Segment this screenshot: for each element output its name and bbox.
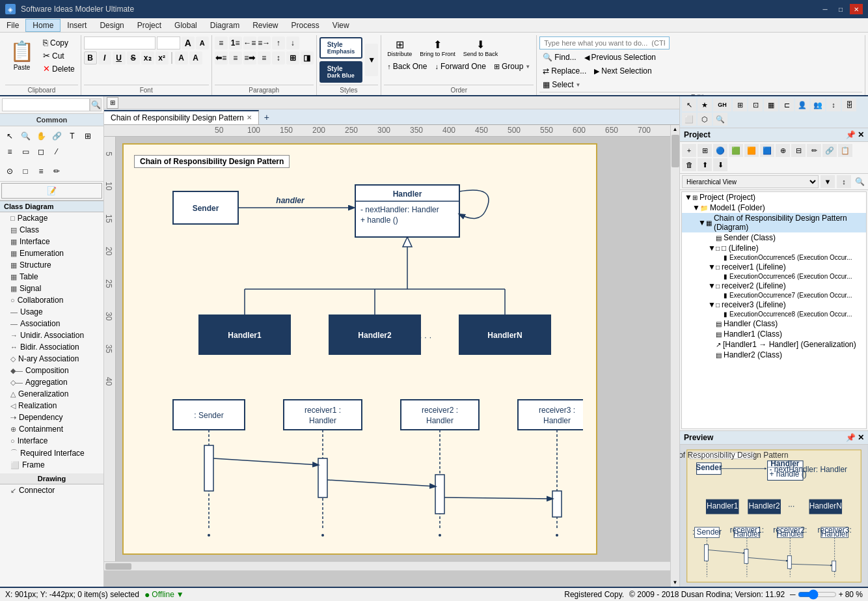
sort-asc-btn[interactable]: ↑: [272, 36, 285, 49]
select-button[interactable]: ▦ Select ▼: [539, 79, 584, 91]
font-size-input[interactable]: 0: [157, 36, 180, 49]
link-tool[interactable]: 🔗: [49, 129, 64, 143]
tool11[interactable]: □: [18, 164, 33, 178]
proj-btn10[interactable]: 🔗: [822, 144, 837, 157]
proj-btn12[interactable]: 🗑: [682, 158, 696, 171]
tab-add-button[interactable]: +: [259, 110, 275, 124]
style-dark-blue-button[interactable]: Style Dark Blue: [319, 61, 363, 83]
proj-btn5[interactable]: 🟧: [744, 144, 759, 157]
dt-5[interactable]: ▦: [764, 98, 778, 111]
menu-file[interactable]: File: [0, 20, 25, 31]
copy-button[interactable]: ⎘ Copy: [40, 36, 78, 49]
item-containment[interactable]: ⊕Containment: [0, 423, 103, 435]
dt-9[interactable]: ↕: [826, 98, 841, 111]
align-right-btn[interactable]: ≡➡: [243, 51, 256, 64]
tree-item-receiver2[interactable]: ▼ □ receiver2 (Lifeline): [682, 281, 866, 291]
item-enumeration[interactable]: ▦Enumeration: [0, 247, 103, 259]
tool9[interactable]: ∕: [49, 145, 64, 159]
dt-3[interactable]: ⊞: [733, 98, 747, 111]
font-family-input[interactable]: [84, 36, 156, 49]
tree-item-lifeline0[interactable]: ▼ □ □ (Lifeline): [682, 243, 866, 253]
item-connector[interactable]: ↙Connector: [0, 484, 103, 496]
tree-toggle-project[interactable]: ▼: [685, 193, 692, 202]
item-frame[interactable]: ⬜Frame: [0, 459, 103, 471]
menu-view[interactable]: View: [326, 20, 356, 31]
proj-btn8[interactable]: ⊟: [791, 144, 806, 157]
align-justify-btn[interactable]: ≡: [258, 51, 271, 64]
font-shrink-btn[interactable]: A: [196, 36, 209, 49]
horizontal-scroll-thumb[interactable]: [105, 563, 131, 570]
scroll-up-btn[interactable]: ▲: [671, 125, 679, 133]
sort-btn[interactable]: ↕: [837, 175, 851, 188]
item-bidir-assoc[interactable]: ↔Bidir. Association: [0, 341, 103, 353]
proj-btn14[interactable]: ⬇: [713, 158, 727, 171]
tree-item-exec5[interactable]: ▮ ExecutionOccurrence5 (Execution Occur.…: [682, 253, 866, 262]
dt-7[interactable]: 👤: [795, 98, 809, 111]
item-class[interactable]: ▤Class: [0, 224, 103, 236]
note-tool[interactable]: 📝: [1, 183, 102, 199]
item-nary-assoc[interactable]: ◇N-ary Association: [0, 353, 103, 365]
tree-item-diagram[interactable]: ▼ ▦ Chain of Responsibility Design Patte…: [682, 213, 866, 232]
menu-home[interactable]: Home: [25, 19, 61, 32]
style-emphasis-button[interactable]: Style Emphasis: [319, 37, 363, 59]
vertical-scroll-thumb[interactable]: [671, 135, 679, 167]
italic-button[interactable]: I: [98, 51, 111, 64]
dt-12[interactable]: ⬡: [698, 113, 712, 126]
tree-toggle-diagram[interactable]: ▼: [698, 218, 706, 227]
zoom-tool[interactable]: 🔍: [18, 129, 33, 143]
menu-insert[interactable]: Insert: [61, 20, 93, 31]
menu-review[interactable]: Review: [246, 20, 284, 31]
highlight-btn[interactable]: A: [189, 51, 202, 64]
tree-item-model1[interactable]: ▼ 📁 Model1 (Folder): [682, 203, 866, 213]
list-ordered-btn[interactable]: 1≡: [229, 36, 242, 49]
back-one-button[interactable]: ↑ Back One: [384, 61, 430, 72]
diagram-canvas-area[interactable]: Chain of Responsibility Design Pattern H…: [122, 143, 597, 555]
tree-toggle-rcv1[interactable]: ▼: [708, 262, 716, 272]
strikethrough-button[interactable]: S: [127, 51, 140, 64]
sort-desc-btn[interactable]: ↓: [286, 36, 299, 49]
subscript-button[interactable]: x₂: [141, 51, 154, 64]
menu-diagram[interactable]: Diagram: [204, 20, 246, 31]
item-structure[interactable]: ▦Structure: [0, 259, 103, 271]
item-aggregation[interactable]: ◇—Aggregation: [0, 376, 103, 388]
bring-to-front-button[interactable]: ⬆ Bring to Front: [416, 36, 459, 59]
item-collaboration[interactable]: ○Collaboration: [0, 294, 103, 306]
tree-item-handler1-class[interactable]: ▤ Handler1 (Class): [682, 329, 866, 339]
dt-10[interactable]: 🗄: [842, 98, 856, 111]
tree-item-exec6[interactable]: ▮ ExecutionOccurrence6 (Execution Occur.…: [682, 272, 866, 281]
item-realization[interactable]: ◁Realization: [0, 400, 103, 412]
tool8[interactable]: ◻: [34, 145, 48, 159]
close-button[interactable]: ✕: [850, 4, 863, 14]
zoom-slider[interactable]: [798, 589, 837, 600]
canvas-viewport[interactable]: 50 100 150 200 250 300 350 400 450 500 5…: [104, 125, 670, 587]
dt-search-rp[interactable]: 🔍: [713, 113, 727, 126]
proj-btn6[interactable]: 🟦: [760, 144, 774, 157]
list-indent-dec-btn[interactable]: ←≡: [243, 36, 256, 49]
prev-selection-button[interactable]: ◀ Previous Selection: [581, 51, 659, 63]
font-color-btn[interactable]: A: [175, 51, 188, 64]
dt-4[interactable]: ⊡: [748, 98, 763, 111]
tree-item-handler2-class[interactable]: ▤ Handler2 (Class): [682, 350, 866, 360]
tree-item-project[interactable]: ▼ ⊞ Project (Project): [682, 192, 866, 203]
item-required-interface[interactable]: ⌒Required Interface: [0, 447, 103, 459]
tree-toggle-rcv3[interactable]: ▼: [708, 300, 716, 309]
zoom-plus[interactable]: +: [839, 590, 843, 599]
view-select[interactable]: Hierarchical View: [682, 175, 819, 188]
line-spacing-btn[interactable]: ↕: [272, 51, 285, 64]
project-close-btn[interactable]: ✕: [858, 130, 864, 139]
proj-btn2[interactable]: ⊞: [698, 144, 712, 157]
text-tool[interactable]: T: [65, 129, 79, 143]
group-button[interactable]: ⊞ Group ▼: [491, 61, 534, 72]
next-selection-button[interactable]: ▶ Next Selection: [591, 65, 655, 77]
underline-button[interactable]: U: [113, 51, 126, 64]
distribute-button[interactable]: ⊞ Distribute: [384, 36, 415, 59]
fit-diagram-btn[interactable]: ⊞: [107, 97, 118, 109]
tree-item-sender[interactable]: ▤ Sender (Class): [682, 232, 866, 243]
item-usage[interactable]: —Usage: [0, 306, 103, 318]
menu-design[interactable]: Design: [93, 20, 130, 31]
filter-btn[interactable]: ▼: [821, 175, 835, 188]
tree-item-receiver3[interactable]: ▼ □ receiver3 (Lifeline): [682, 300, 866, 310]
proj-btn9[interactable]: ✏: [807, 144, 821, 157]
tree-item-generalization[interactable]: ↗ [Handler1 → Handler] (Generalization): [682, 339, 866, 350]
send-to-back-button[interactable]: ⬇ Send to Back: [460, 36, 502, 59]
